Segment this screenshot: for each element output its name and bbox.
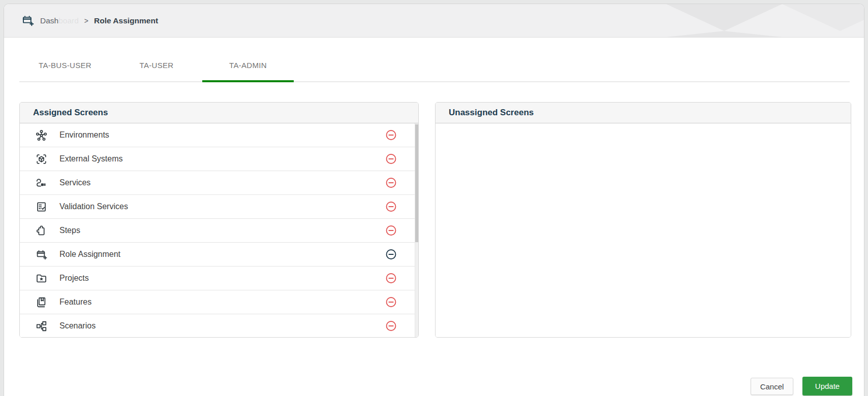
screen-label: Validation Services [59, 202, 128, 211]
book-bookmark-icon [35, 296, 48, 309]
list-item: Validation Services [20, 195, 415, 219]
unassigned-screens-panel: Unassigned Screens [435, 102, 851, 338]
tab-label: TA-ADMIN [229, 61, 267, 70]
tab-ta-user[interactable]: TA-USER [111, 38, 202, 81]
header-decoration [625, 4, 864, 37]
breadcrumb-separator: > [84, 17, 88, 25]
assigned-screens-panel: Assigned Screens EnvironmentsExternal Sy… [19, 102, 419, 338]
panel-title: Assigned Screens [33, 108, 108, 118]
table-add-icon [35, 248, 48, 261]
unassigned-screens-body [436, 123, 851, 337]
screen-label: Scenarios [59, 321, 96, 331]
hub-icon [35, 129, 48, 142]
screen-label: Role Assignment [59, 250, 120, 259]
breadcrumb: Dashboard > Role Assignment [21, 4, 158, 37]
breadcrumb-root[interactable]: Dashboard [40, 16, 79, 25]
role-assignment-icon [21, 14, 35, 27]
folder-star-icon [35, 272, 48, 285]
list-item: Projects [20, 267, 415, 290]
list-item: Scenarios [20, 314, 415, 337]
cable-plug-icon [35, 177, 48, 189]
decorative-triangle [666, 4, 782, 31]
app-window: Dashboard > Role Assignment TA-BUS-USERT… [4, 4, 864, 396]
remove-screen-button[interactable] [385, 272, 397, 285]
list-item: External Systems [20, 147, 415, 171]
screen-label: Steps [59, 226, 80, 235]
scrollbar-thumb[interactable] [415, 124, 418, 242]
cube-scan-icon [35, 153, 48, 166]
remove-screen-button[interactable] [385, 248, 397, 261]
breadcrumb-current-page: Role Assignment [94, 16, 158, 25]
assigned-screens-header: Assigned Screens [20, 103, 418, 123]
list-item: Features [20, 290, 415, 314]
decorative-triangle [782, 4, 864, 31]
top-header-bar: Dashboard > Role Assignment [4, 4, 864, 38]
remove-screen-button[interactable] [385, 153, 397, 166]
remove-screen-button[interactable] [385, 129, 397, 142]
remove-screen-button[interactable] [385, 320, 397, 333]
remove-screen-button[interactable] [385, 201, 397, 213]
screen-label: Projects [59, 274, 89, 283]
puzzle-icon [35, 224, 48, 237]
screen-label: Environments [59, 130, 109, 140]
cancel-button[interactable]: Cancel [751, 378, 793, 395]
checklist-icon [35, 201, 48, 213]
unassigned-screens-header: Unassigned Screens [436, 103, 851, 123]
tab-ta-bus-user[interactable]: TA-BUS-USER [19, 38, 111, 81]
screen-label: Services [59, 178, 90, 187]
update-button[interactable]: Update [802, 377, 852, 395]
screen-label: External Systems [59, 154, 122, 163]
active-tab-underline [202, 80, 294, 82]
tab-bar: TA-BUS-USERTA-USERTA-ADMIN [19, 38, 850, 82]
flow-tree-icon [35, 320, 48, 333]
screen-label: Features [59, 298, 91, 307]
assigned-screens-body: EnvironmentsExternal SystemsServicesVali… [20, 123, 418, 337]
list-item: Role Assignment [20, 243, 415, 267]
tab-label: TA-USER [140, 61, 174, 70]
list-item: Steps [20, 219, 415, 243]
tab-label: TA-BUS-USER [39, 61, 91, 70]
tab-ta-admin[interactable]: TA-ADMIN [202, 38, 294, 81]
panel-title: Unassigned Screens [449, 108, 534, 118]
decorative-triangle [666, 31, 782, 37]
list-item: Services [20, 171, 415, 195]
remove-screen-button[interactable] [385, 224, 397, 237]
scrollbar[interactable] [415, 123, 418, 337]
list-item: Environments [20, 123, 415, 147]
remove-screen-button[interactable] [385, 296, 397, 309]
remove-screen-button[interactable] [385, 177, 397, 189]
assigned-screens-list: EnvironmentsExternal SystemsServicesVali… [20, 123, 415, 337]
